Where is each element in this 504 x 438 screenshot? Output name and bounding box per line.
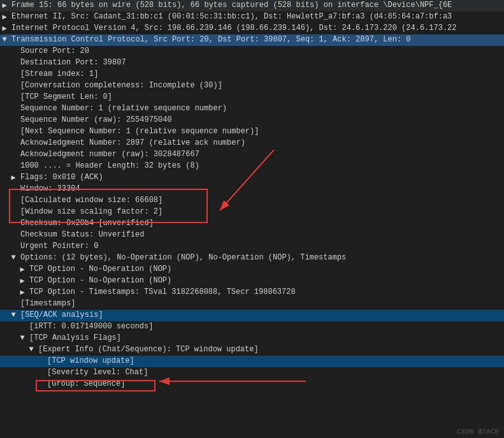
row-text-seq-raw-row: Sequence Number (raw): 2554975040 (18, 115, 504, 124)
row-text-tcp-window-update-row: [TCP window update] (45, 356, 504, 365)
row-text-flags-row: Flags: 0x010 (ACK) (18, 173, 504, 182)
packet-row-group-row[interactable]: [Group: Sequence] (0, 379, 504, 390)
packet-row-expert-info-row[interactable]: ▼[Expert Info (Chat/Sequence): TCP windo… (0, 344, 504, 356)
packet-row-frame-row[interactable]: ▶Frame 15: 66 bytes on wire (528 bits), … (0, 0, 504, 11)
packet-row-tcp-window-update-row[interactable]: [TCP window update] (0, 356, 504, 367)
row-text-irtt-row: [iRTT: 0.017149000 seconds] (27, 322, 504, 331)
row-text-frame-row: Frame 15: 66 bytes on wire (528 bits), 6… (9, 1, 504, 10)
expand-icon-flags-row[interactable]: ▶ (9, 173, 18, 182)
packet-row-checksum-status-row[interactable]: Checksum Status: Unverified (0, 230, 504, 241)
packet-row-window-row[interactable]: Window: 33304 (0, 184, 504, 195)
watermark: CSDN @7ACE (457, 428, 499, 435)
row-text-group-row: [Group: Sequence] (45, 379, 504, 388)
row-text-ack-raw-row: Acknowledgment number (raw): 3028487667 (18, 150, 504, 159)
packet-row-options-row[interactable]: ▼Options: (12 bytes), No-Operation (NOP)… (0, 252, 504, 264)
row-text-window-row: Window: 33304 (18, 184, 504, 193)
packet-detail-panel: ▶Frame 15: 66 bytes on wire (528 bits), … (0, 0, 504, 438)
packet-row-tcp-opt-nop2-row[interactable]: ▶TCP Option - No-Operation (NOP) (0, 275, 504, 287)
row-text-seq-ack-row: [SEQ/ACK analysis] (18, 310, 504, 319)
packet-row-stream-idx-row[interactable]: [Stream index: 1] (0, 69, 504, 80)
packet-row-window-scale-row[interactable]: [Window size scaling factor: 2] (0, 207, 504, 218)
row-text-calc-window-row: [Calculated window size: 66608] (18, 196, 504, 205)
packet-row-ip-row[interactable]: ▶Internet Protocol Version 4, Src: 198.6… (0, 23, 504, 34)
row-text-header-len-row: 1000 .... = Header Length: 32 bytes (8) (18, 161, 504, 170)
row-text-checksum-status-row: Checksum Status: Unverified (18, 230, 504, 239)
packet-row-header-len-row[interactable]: 1000 .... = Header Length: 32 bytes (8) (0, 161, 504, 172)
row-text-tcp-header-row: Transmission Control Protocol, Src Port:… (9, 35, 504, 44)
row-text-dst-port-row: Destination Port: 39807 (18, 58, 504, 67)
expand-icon-tcp-header-row[interactable]: ▼ (0, 35, 9, 44)
packet-row-tcp-seg-len-row[interactable]: [TCP Segment Len: 0] (0, 92, 504, 103)
packet-row-calc-window-row[interactable]: [Calculated window size: 66608] (0, 195, 504, 207)
packet-row-ack-num-row[interactable]: Acknowledgment Number: 2897 (relative ac… (0, 138, 504, 149)
expand-icon-tcp-analysis-flags-row[interactable]: ▼ (18, 333, 27, 342)
packet-row-urgent-ptr-row[interactable]: Urgent Pointer: 0 (0, 241, 504, 252)
packet-row-seq-raw-row[interactable]: Sequence Number (raw): 2554975040 (0, 115, 504, 126)
row-text-seq-num-row: Sequence Number: 1 (relative sequence nu… (18, 104, 504, 113)
packet-row-conv-complete-row[interactable]: [Conversation completeness: Incomplete (… (0, 80, 504, 92)
packet-row-dst-port-row[interactable]: Destination Port: 39807 (0, 57, 504, 69)
expand-icon-expert-info-row[interactable]: ▼ (27, 345, 36, 354)
packet-row-next-seq-row[interactable]: [Next Sequence Number: 1 (relative seque… (0, 126, 504, 138)
packet-row-timestamps-row[interactable]: [Timestamps] (0, 298, 504, 310)
expand-icon-ip-row[interactable]: ▶ (0, 24, 9, 33)
packet-row-tcp-analysis-flags-row[interactable]: ▼[TCP Analysis Flags] (0, 333, 504, 344)
packet-row-seq-num-row[interactable]: Sequence Number: 1 (relative sequence nu… (0, 103, 504, 115)
row-text-tcp-analysis-flags-row: [TCP Analysis Flags] (27, 333, 504, 342)
row-text-expert-info-row: [Expert Info (Chat/Sequence): TCP window… (36, 345, 504, 354)
row-text-stream-idx-row: [Stream index: 1] (18, 69, 504, 78)
row-text-conv-complete-row: [Conversation completeness: Incomplete (… (18, 81, 504, 90)
expand-icon-seq-ack-row[interactable]: ▼ (9, 310, 18, 319)
expand-icon-options-row[interactable]: ▼ (9, 253, 18, 262)
row-text-tcp-opt-nop2-row: TCP Option - No-Operation (NOP) (27, 276, 504, 285)
row-text-urgent-ptr-row: Urgent Pointer: 0 (18, 242, 504, 251)
expand-icon-tcp-opt-ts-row[interactable]: ▶ (18, 288, 27, 297)
expand-icon-tcp-opt-nop1-row[interactable]: ▶ (18, 265, 27, 274)
packet-row-tcp-opt-nop1-row[interactable]: ▶TCP Option - No-Operation (NOP) (0, 264, 504, 275)
row-text-window-scale-row: [Window size scaling factor: 2] (18, 207, 504, 216)
packet-row-ack-raw-row[interactable]: Acknowledgment number (raw): 3028487667 (0, 149, 504, 161)
expand-icon-tcp-opt-nop2-row[interactable]: ▶ (18, 276, 27, 286)
expand-icon-eth-row[interactable]: ▶ (0, 12, 9, 22)
packet-row-severity-row[interactable]: [Severity level: Chat] (0, 367, 504, 379)
row-text-tcp-opt-ts-row: TCP Option - Timestamps: TSval 318226808… (27, 288, 504, 296)
packet-row-flags-row[interactable]: ▶Flags: 0x010 (ACK) (0, 172, 504, 184)
row-text-tcp-seg-len-row: [TCP Segment Len: 0] (18, 92, 504, 101)
packet-row-checksum-row[interactable]: Checksum: 0x20b4 [unverified] (0, 218, 504, 230)
row-text-tcp-opt-nop1-row: TCP Option - No-Operation (NOP) (27, 265, 504, 274)
row-text-src-port-row: Source Port: 20 (18, 47, 504, 55)
packet-row-irtt-row[interactable]: [iRTT: 0.017149000 seconds] (0, 321, 504, 333)
row-text-ack-num-row: Acknowledgment Number: 2897 (relative ac… (18, 138, 504, 147)
packet-row-seq-ack-row[interactable]: ▼[SEQ/ACK analysis] (0, 310, 504, 321)
row-text-options-row: Options: (12 bytes), No-Operation (NOP),… (18, 253, 504, 262)
packet-row-tcp-header-row[interactable]: ▼Transmission Control Protocol, Src Port… (0, 34, 504, 46)
row-text-next-seq-row: [Next Sequence Number: 1 (relative seque… (18, 127, 504, 136)
row-text-severity-row: [Severity level: Chat] (45, 368, 504, 377)
packet-row-src-port-row[interactable]: Source Port: 20 (0, 46, 504, 57)
row-text-eth-row: Ethernet II, Src: Cadant_31:bb:c1 (00:01… (9, 12, 504, 21)
expand-icon-frame-row[interactable]: ▶ (0, 1, 9, 10)
packet-row-eth-row[interactable]: ▶Ethernet II, Src: Cadant_31:bb:c1 (00:0… (0, 11, 504, 23)
row-text-timestamps-row: [Timestamps] (18, 299, 504, 308)
row-text-checksum-row: Checksum: 0x20b4 [unverified] (18, 219, 504, 228)
row-text-ip-row: Internet Protocol Version 4, Src: 198.66… (9, 24, 504, 33)
packet-row-tcp-opt-ts-row[interactable]: ▶TCP Option - Timestamps: TSval 31822680… (0, 287, 504, 298)
